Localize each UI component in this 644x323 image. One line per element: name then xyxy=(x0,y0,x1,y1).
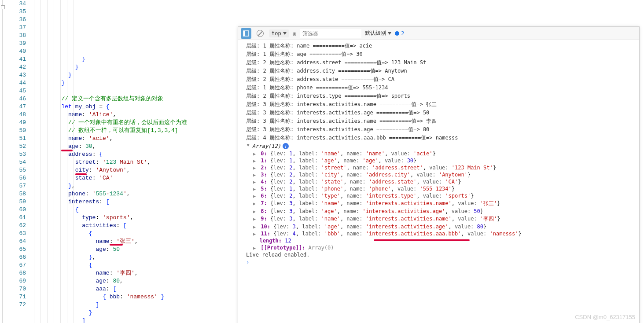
log-line: 层级: 1 属性名称: name ==========值=> acie xyxy=(243,42,639,50)
line-number: 54 xyxy=(5,158,26,166)
array-header[interactable]: ▶ Array(12) i xyxy=(243,142,639,150)
filter-input[interactable] xyxy=(300,29,361,38)
line-number: 44 xyxy=(5,79,26,87)
line-number: 41 xyxy=(5,55,26,63)
code-line: name: '李四', xyxy=(34,269,238,277)
array-item[interactable]: ▶ 2: {lev: 2, label: 'street', name: 'ad… xyxy=(243,164,639,171)
line-number: 71 xyxy=(5,293,26,301)
console-prompt[interactable]: › xyxy=(243,258,639,266)
line-number: 60 xyxy=(5,206,26,214)
array-item[interactable]: ▶ 1: {lev: 1, label: 'age', name: 'age',… xyxy=(243,157,639,164)
array-item[interactable]: ▶ 7: {lev: 3, label: 'name', name: 'inte… xyxy=(243,199,639,208)
line-number: 43 xyxy=(5,71,26,79)
code-line: phone: '555-1234', xyxy=(34,190,238,198)
log-line: 层级: 3 属性名称: interests.activities.age ===… xyxy=(243,109,639,117)
array-item[interactable]: ▶ 4: {lev: 2, label: 'state', name: 'add… xyxy=(243,178,639,185)
watermark-text: CSDN @m0_62317155 xyxy=(575,314,635,320)
log-level-selector[interactable]: 默认级别 xyxy=(365,29,391,37)
line-number: 50 xyxy=(5,127,26,135)
code-line: name: '张三', xyxy=(34,238,238,246)
devtools-console: top ◉ 默认级别 2 层级: 1 属性名称: name ==========… xyxy=(238,26,640,323)
live-expression-icon[interactable]: ◉ xyxy=(293,30,296,37)
code-line: name: 'Alice', xyxy=(34,111,238,119)
line-number: 51 xyxy=(5,135,26,143)
array-prototype[interactable]: ▶ [[Prototype]]: Array(0) xyxy=(243,244,639,251)
annotation-mark xyxy=(374,239,470,241)
code-line: age: 50 xyxy=(34,246,238,253)
line-number: 68 xyxy=(5,269,26,277)
line-number: 40 xyxy=(5,48,26,55)
log-line: 层级: 4 属性名称: interests.activities.aaa.bbb… xyxy=(243,134,639,142)
code-editor: 3435363738394041424344454647484950515253… xyxy=(0,0,238,323)
line-number: 35 xyxy=(5,8,26,16)
expand-icon: ▶ xyxy=(253,180,258,184)
array-item[interactable]: ▶ 10: {lev: 3, label: 'age', name: 'inte… xyxy=(243,223,639,230)
toggle-sidebar-icon[interactable] xyxy=(241,28,251,39)
line-number: 59 xyxy=(5,198,26,206)
annotation-mark xyxy=(110,244,123,246)
expand-icon: ▶ xyxy=(253,187,258,191)
code-line: city: 'Anytown', xyxy=(34,166,238,174)
code-line: }, xyxy=(34,182,238,190)
expand-icon: ▶ xyxy=(253,151,258,156)
expand-icon: ▶ xyxy=(253,246,258,250)
code-line: name: 'acie', xyxy=(34,135,238,143)
array-length: length: 12 xyxy=(243,237,639,244)
code-line: // 一个对象中有重名的话，会以后面这个为准 xyxy=(34,119,238,127)
line-number: 45 xyxy=(5,87,26,95)
chevron-down-icon xyxy=(283,32,287,35)
expand-icon: ▶ xyxy=(253,165,258,170)
code-line: } xyxy=(34,79,238,87)
line-number: 49 xyxy=(5,119,26,127)
code-line: { xyxy=(34,206,238,214)
line-number: 65 xyxy=(5,246,26,253)
info-icon[interactable]: i xyxy=(283,143,289,149)
array-item[interactable]: ▶ 9: {lev: 3, label: 'name', name: 'inte… xyxy=(243,215,639,223)
expand-icon: ▶ xyxy=(253,194,258,198)
issues-button[interactable]: 2 xyxy=(395,30,404,37)
clear-console-icon[interactable] xyxy=(255,28,265,39)
code-line: street: '123 Main St', xyxy=(34,158,238,166)
code-line: ] xyxy=(34,301,238,309)
expand-icon: ▶ xyxy=(253,209,258,214)
code-line: state: 'CA' xyxy=(34,174,238,182)
line-number: 47 xyxy=(5,103,26,111)
array-item[interactable]: ▶ 0: {lev: 1, label: 'name', name: 'name… xyxy=(243,150,639,157)
line-number: 61 xyxy=(5,214,26,222)
context-selector[interactable]: top xyxy=(269,29,289,37)
console-output[interactable]: 层级: 1 属性名称: name ==========值=> acie层级: 1… xyxy=(238,40,639,268)
context-label: top xyxy=(272,30,281,37)
code-line: // 定义一个含有多层数组与对象的对象 xyxy=(34,95,238,103)
code-line: address: { xyxy=(34,150,238,158)
expand-icon: ▶ xyxy=(253,173,258,177)
expand-icon: ▶ xyxy=(253,217,258,221)
issue-dot-icon xyxy=(395,31,399,36)
line-number: 42 xyxy=(5,63,26,71)
expand-icon: ▶ xyxy=(253,201,258,206)
line-number: 64 xyxy=(5,238,26,246)
line-number: 62 xyxy=(5,222,26,230)
array-item[interactable]: ▶ 3: {lev: 2, label: 'city', name: 'addr… xyxy=(243,171,639,178)
code-line: // 数组不一样，可以有重复如[1,3,3,4] xyxy=(34,127,238,135)
code-line: }, xyxy=(34,253,238,261)
array-item[interactable]: ▶ 11: {lev: 4, label: 'bbb', name: 'inte… xyxy=(243,230,639,237)
log-line: 层级: 2 属性名称: address.street ==========值=>… xyxy=(243,59,639,67)
line-number: 48 xyxy=(5,111,26,119)
expand-icon: ▶ xyxy=(253,224,258,229)
line-number: 46 xyxy=(5,95,26,103)
line-number: 57 xyxy=(5,182,26,190)
line-number: 67 xyxy=(5,261,26,269)
array-item[interactable]: ▶ 8: {lev: 3, label: 'age', name: 'inter… xyxy=(243,208,639,215)
line-number: 72 xyxy=(5,301,26,309)
console-toolbar: top ◉ 默认级别 2 xyxy=(238,27,639,40)
array-item[interactable]: ▶ 5: {lev: 1, label: 'phone', name: 'pho… xyxy=(243,185,639,192)
expand-icon: ▶ xyxy=(253,231,258,236)
log-line: 层级: 1 属性名称: phone ==========值=> 555-1234 xyxy=(243,84,639,92)
code-line: let my_obj = { xyxy=(34,103,238,111)
array-item[interactable]: ▶ 6: {lev: 2, label: 'type', name: 'inte… xyxy=(243,192,639,199)
fold-column xyxy=(0,0,5,323)
svg-rect-1 xyxy=(243,31,245,36)
code-area[interactable]: } } } } // 定义一个含有多层数组与对象的对象 let my_obj =… xyxy=(34,0,238,323)
line-gutter: 3435363738394041424344454647484950515253… xyxy=(5,0,34,323)
code-line: } xyxy=(34,309,238,317)
